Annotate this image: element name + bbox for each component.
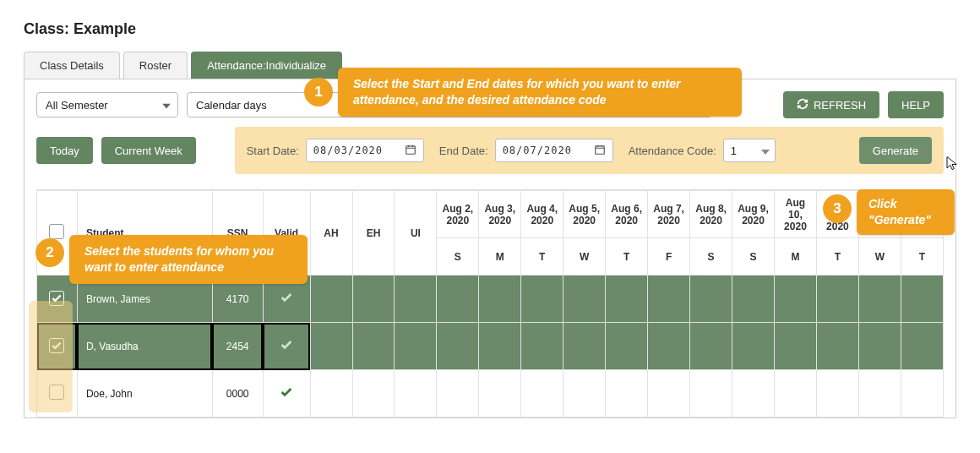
- callout-3: 3 Click "Generate": [857, 189, 955, 235]
- student-name: D, Vasudha: [77, 323, 212, 370]
- generate-label: Generate: [873, 145, 918, 157]
- col-dow-8: M: [774, 238, 816, 276]
- table-row[interactable]: D, Vasudha 2454: [37, 323, 944, 370]
- col-day-0[interactable]: Aug 2, 2020: [437, 191, 479, 238]
- row-checkbox[interactable]: [49, 291, 64, 306]
- refresh-label: REFRESH: [814, 99, 866, 112]
- attendance-code-select[interactable]: 1: [723, 139, 776, 162]
- semester-value: All Semester: [46, 99, 108, 112]
- col-day-2[interactable]: Aug 4, 2020: [521, 191, 564, 238]
- start-date-label: Start Date:: [247, 145, 299, 157]
- callout-text: Select the students for whom you want to…: [84, 244, 274, 274]
- student-ssn: 0000: [212, 370, 263, 418]
- callout-number-icon: 1: [304, 78, 333, 106]
- col-dow-1: M: [479, 238, 521, 276]
- svg-rect-0: [406, 145, 416, 153]
- svg-rect-1: [595, 145, 604, 153]
- calendar-value: Calendar days: [196, 99, 267, 112]
- col-dow-5: F: [648, 238, 690, 276]
- row-checkbox[interactable]: [49, 385, 64, 400]
- callout-1: 1 Select the Start and End dates for whi…: [338, 68, 742, 117]
- callout-text: Select the Start and End dates for which…: [353, 77, 680, 106]
- student-name: Doe, John: [77, 370, 212, 418]
- chevron-down-icon: [761, 145, 770, 157]
- start-date-value: 08/03/2020: [313, 145, 383, 156]
- date-filter-bar: Start Date: 08/03/2020 End Date: 08/07/2…: [235, 127, 944, 174]
- cursor-icon: [945, 156, 960, 173]
- refresh-button[interactable]: REFRESH: [783, 91, 879, 118]
- refresh-icon: [797, 98, 808, 112]
- callout-2: 2 Select the students for whom you want …: [69, 235, 308, 284]
- today-label: Today: [50, 145, 79, 157]
- callout-number-icon: 3: [823, 194, 852, 223]
- col-day-5[interactable]: Aug 7, 2020: [648, 191, 690, 238]
- current-week-button[interactable]: Current Week: [101, 137, 196, 164]
- calendar-icon: [405, 144, 416, 158]
- table-row[interactable]: Doe, John 0000: [37, 370, 944, 418]
- col-dow-10: W: [858, 238, 901, 276]
- current-week-label: Current Week: [115, 145, 182, 157]
- col-ui[interactable]: UI: [395, 191, 437, 276]
- end-date-input[interactable]: 08/07/2020: [495, 139, 613, 162]
- callout-number-icon: 2: [35, 238, 64, 267]
- tab-attendance[interactable]: Attendance:Individualize: [191, 52, 342, 79]
- attendance-table: Student SSN Valid AH EH UI Aug 2, 2020 A…: [36, 190, 944, 418]
- valid-icon: [280, 295, 293, 307]
- start-date-input[interactable]: 08/03/2020: [306, 139, 424, 162]
- help-button[interactable]: HELP: [888, 91, 944, 118]
- end-date-label: End Date:: [439, 145, 488, 157]
- col-day-8[interactable]: Aug 10, 2020: [774, 191, 816, 238]
- student-ssn: 2454: [212, 323, 263, 370]
- col-dow-6: S: [690, 238, 732, 276]
- today-button[interactable]: Today: [36, 137, 93, 164]
- col-dow-11: T: [901, 238, 943, 276]
- select-all-checkbox[interactable]: [49, 224, 64, 239]
- attendance-code-value: 1: [731, 145, 737, 157]
- col-dow-7: S: [732, 238, 775, 276]
- tab-class-details[interactable]: Class Details: [24, 52, 120, 79]
- col-day-7[interactable]: Aug 9, 2020: [732, 191, 775, 238]
- end-date-value: 08/07/2020: [503, 145, 572, 156]
- chevron-down-icon: [162, 99, 171, 112]
- tab-roster[interactable]: Roster: [123, 52, 188, 79]
- col-dow-9: T: [816, 238, 858, 276]
- col-day-4[interactable]: Aug 6, 2020: [606, 191, 648, 238]
- callout-text: Click "Generate": [868, 197, 931, 226]
- help-label: HELP: [901, 99, 930, 112]
- col-day-3[interactable]: Aug 5, 2020: [564, 191, 606, 238]
- valid-icon: [280, 342, 293, 354]
- semester-select[interactable]: All Semester: [36, 92, 178, 117]
- col-dow-4: T: [606, 238, 648, 276]
- page-title: Class: Example: [24, 20, 956, 38]
- row-checkbox[interactable]: [49, 338, 64, 353]
- attendance-code-label: Attendance Code:: [629, 145, 716, 157]
- valid-icon: [280, 390, 293, 401]
- calendar-icon: [594, 144, 606, 158]
- col-day-1[interactable]: Aug 3, 2020: [479, 191, 521, 238]
- col-dow-0: S: [437, 238, 479, 276]
- col-day-6[interactable]: Aug 8, 2020: [690, 191, 732, 238]
- col-ah[interactable]: AH: [310, 191, 352, 276]
- attendance-table-wrap: Student SSN Valid AH EH UI Aug 2, 2020 A…: [36, 189, 944, 418]
- generate-button[interactable]: Generate: [859, 137, 932, 164]
- col-eh[interactable]: EH: [352, 191, 395, 276]
- col-dow-2: T: [521, 238, 564, 276]
- col-dow-3: W: [564, 238, 606, 276]
